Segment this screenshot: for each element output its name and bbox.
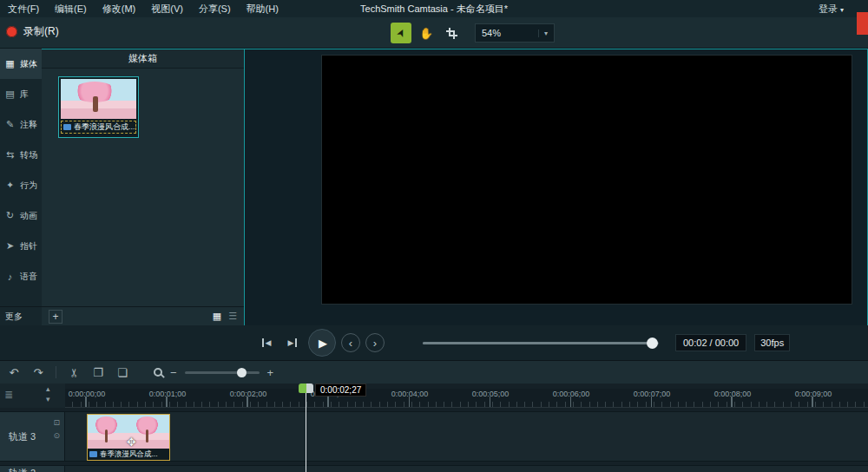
ruler-label: 0:00:09;00 (795, 390, 832, 398)
chevron-down-icon: ▾ (538, 30, 548, 37)
sidebar-item-animations[interactable]: ↻ 动画 (0, 200, 42, 231)
preview-canvas[interactable] (321, 55, 852, 305)
sidebar-item-label: 动画 (20, 210, 37, 222)
microphone-icon: ♪ (4, 272, 16, 282)
playhead-handle[interactable] (299, 384, 313, 393)
media-type-icon (63, 124, 71, 130)
close-button[interactable] (857, 12, 868, 35)
playback-bar: ◀ ▶ ▶ ‹ › 00:02 / 00:00 30fps (0, 325, 868, 360)
menu-share[interactable]: 分享(S) (191, 0, 239, 17)
list-view-icon[interactable]: ☰ (228, 311, 237, 322)
previous-frame-button[interactable]: ◀ (256, 332, 277, 353)
timeline-ruler[interactable]: 0:00:00;00 0:00:01;00 0:00:02;00 0:00:03… (65, 389, 868, 408)
add-media-button[interactable]: + (49, 310, 62, 324)
zoom-out-button[interactable]: − (170, 366, 177, 379)
sidebar-item-cursor[interactable]: ➤ 指针 (0, 231, 42, 261)
media-icon: ▦ (4, 58, 16, 69)
sidebar-item-label: 指针 (20, 240, 37, 252)
undo-icon[interactable]: ↶ (7, 366, 21, 379)
sidebar-item-voice[interactable]: ♪ 语音 (0, 261, 42, 292)
playback-slider-handle[interactable] (647, 338, 658, 349)
record-label: 录制(R) (23, 24, 59, 39)
main-area: ▦ 媒体 ▤ 库 ✎ 注释 ⇆ 转场 ✦ 行为 ↻ 动画 (0, 49, 868, 325)
ruler-label: 0:00:02;00 (230, 390, 267, 398)
sidebar-more-button[interactable]: 更多 (0, 306, 42, 325)
lock-icon[interactable]: ⊡ (53, 419, 60, 427)
step-back-button[interactable]: ‹ (341, 333, 360, 352)
hand-icon: ✋ (419, 27, 433, 40)
play-button[interactable]: ▶ (308, 329, 336, 357)
pointer-icon: ➤ (4, 240, 16, 252)
zoom-value: 54% (482, 28, 501, 38)
sidebar-item-media[interactable]: ▦ 媒体 (0, 49, 42, 79)
sidebar-item-annotations[interactable]: ✎ 注释 (0, 109, 42, 140)
sidebar-item-label: 转场 (20, 149, 37, 161)
record-button[interactable]: 录制(R) (6, 24, 59, 39)
clip-label: 春季浪漫风合成... (88, 449, 169, 460)
ruler-label: 0:00:04;00 (391, 390, 429, 398)
prev-frame-icon: ◀ (262, 338, 272, 347)
playback-slider-fill (423, 342, 649, 344)
grid-view-icon[interactable]: ▦ (213, 311, 221, 322)
ruler-label: 0:00:05;00 (472, 390, 510, 398)
play-icon: ▶ (319, 337, 327, 350)
crop-tool-button[interactable] (441, 23, 462, 43)
media-item-label: 春季浪漫风合成... (61, 121, 136, 134)
paste-icon[interactable]: ❏ (115, 366, 129, 379)
pan-tool-button[interactable]: ✋ (416, 23, 437, 43)
track-header-icons: ⊡ ⊙ (53, 419, 60, 440)
next-frame-button[interactable]: ▶ (282, 332, 303, 353)
playback-slider[interactable] (423, 342, 659, 344)
sidebar-item-behaviors[interactable]: ✦ 行为 (0, 170, 42, 200)
divider (56, 366, 56, 378)
fps-display: 30fps (754, 334, 790, 351)
canvas-tools: ➤ ✋ 54% ▾ (391, 23, 555, 43)
record-icon (6, 26, 17, 37)
transition-icon: ⇆ (4, 149, 16, 161)
move-cursor-icon: ✥ (127, 436, 136, 449)
menu-file[interactable]: 文件(F) (0, 0, 47, 17)
timeline: ≣ ▴ ▾ 0:00:00;00 0:00:01;00 0:00:02;00 0… (0, 384, 868, 472)
track-row-2: 轨道 2 (0, 465, 868, 472)
canvas-zoom-select[interactable]: 54% ▾ (475, 23, 555, 43)
sidebar-item-label: 语音 (20, 271, 37, 283)
cursor-arrow-icon: ➤ (394, 26, 409, 39)
sidebar-item-label: 媒体 (20, 58, 37, 70)
timeline-zoom-slider[interactable] (185, 371, 260, 374)
cut-icon[interactable]: ✂ (68, 365, 81, 379)
edit-tool-button[interactable]: ➤ (391, 23, 411, 43)
menu-edit[interactable]: 编辑(E) (47, 0, 95, 17)
redo-icon[interactable]: ↷ (31, 366, 45, 379)
ruler-label: 0:00:08;00 (714, 390, 752, 398)
eye-icon[interactable]: ⊙ (53, 432, 60, 440)
track-3-header[interactable]: 轨道 3 ⊡ ⊙ (0, 412, 65, 461)
zoom-in-button[interactable]: + (267, 366, 274, 379)
scroll-down-icon[interactable]: ▾ (46, 395, 50, 403)
sidebar-item-label: 行为 (20, 180, 37, 192)
signin-button[interactable]: 登录▾ (819, 0, 844, 17)
playhead-out-handle[interactable] (306, 384, 314, 393)
media-bin-footer: + ▦ ☰ (42, 306, 244, 325)
canvas-panel (245, 49, 868, 325)
menu-help[interactable]: 帮助(H) (239, 0, 286, 17)
copy-icon[interactable]: ❐ (91, 366, 105, 379)
playhead-line[interactable] (306, 392, 306, 472)
sidebar-item-library[interactable]: ▤ 库 (0, 79, 42, 109)
menu-view[interactable]: 视图(V) (143, 0, 191, 17)
menu-modify[interactable]: 修改(M) (95, 0, 144, 17)
toolbar: 录制(R) ➤ ✋ 54% ▾ (0, 17, 868, 49)
scroll-up-icon[interactable]: ▴ (46, 384, 50, 393)
behavior-icon: ✦ (4, 180, 16, 191)
track-2-header[interactable]: 轨道 2 (0, 466, 65, 472)
media-bin-content[interactable]: 春季浪漫风合成... (42, 69, 244, 306)
ruler-label: 0:00:01;00 (149, 390, 187, 398)
media-item[interactable]: 春季浪漫风合成... (58, 76, 139, 138)
next-frame-icon: ▶ (288, 338, 298, 347)
media-type-icon (89, 451, 97, 457)
media-bin-title: 媒体箱 (42, 49, 244, 69)
timeline-zoom-handle[interactable] (237, 368, 247, 377)
track-options-icon[interactable]: ≣ (4, 389, 13, 401)
playhead-in-handle[interactable] (299, 384, 306, 393)
step-forward-button[interactable]: › (365, 333, 385, 352)
sidebar-item-transitions[interactable]: ⇆ 转场 (0, 140, 42, 170)
